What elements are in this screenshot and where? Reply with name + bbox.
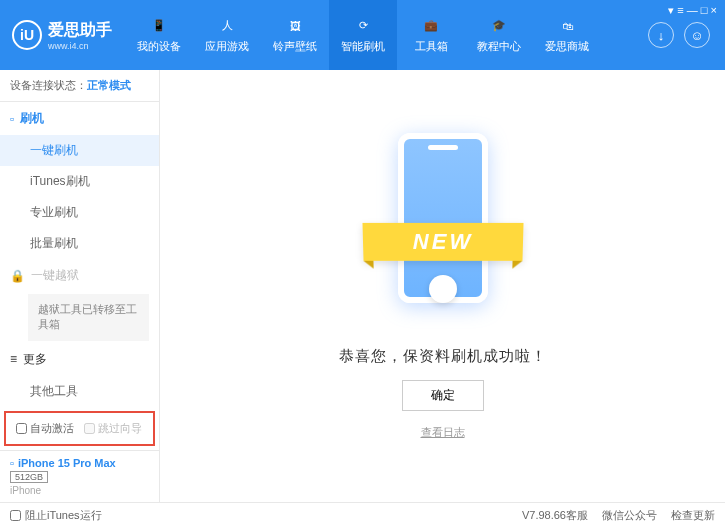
- phone-icon: ▫: [10, 112, 14, 126]
- store-icon: 🛍: [558, 17, 576, 35]
- header: ▾ ≡ — □ × iU 爱思助手 www.i4.cn 📱我的设备 人应用游戏 …: [0, 0, 725, 70]
- lock-icon: 🔒: [10, 269, 25, 283]
- sidebar-item-oneclick-flash[interactable]: 一键刷机: [0, 135, 159, 166]
- nav-my-device[interactable]: 📱我的设备: [125, 0, 193, 70]
- sidebar-item-batch-flash[interactable]: 批量刷机: [0, 228, 159, 259]
- logo[interactable]: iU 爱思助手 www.i4.cn: [0, 20, 125, 51]
- device-storage: 512GB: [10, 471, 48, 483]
- sidebar-item-itunes-flash[interactable]: iTunes刷机: [0, 166, 159, 197]
- app-name: 爱思助手: [48, 20, 112, 41]
- sidebar-item-pro-flash[interactable]: 专业刷机: [0, 197, 159, 228]
- sidebar: 设备连接状态：正常模式 ▫刷机 一键刷机 iTunes刷机 专业刷机 批量刷机 …: [0, 70, 160, 502]
- nav-tutorials[interactable]: 🎓教程中心: [465, 0, 533, 70]
- sidebar-section-more[interactable]: ≡更多: [0, 343, 159, 376]
- footer-wechat[interactable]: 微信公众号: [602, 508, 657, 523]
- device-icon: ▫: [10, 457, 14, 469]
- view-log-link[interactable]: 查看日志: [421, 425, 465, 440]
- block-itunes-checkbox[interactable]: 阻止iTunes运行: [10, 508, 102, 523]
- device-info: ▫iPhone 15 Pro Max 512GB iPhone: [0, 450, 159, 502]
- sidebar-jailbreak-note: 越狱工具已转移至工具箱: [28, 294, 149, 341]
- footer-update[interactable]: 检查更新: [671, 508, 715, 523]
- nav-apps[interactable]: 人应用游戏: [193, 0, 261, 70]
- top-nav: 📱我的设备 人应用游戏 🖼铃声壁纸 ⟳智能刷机 💼工具箱 🎓教程中心 🛍爱思商城: [125, 0, 633, 70]
- user-button[interactable]: ☺: [684, 22, 710, 48]
- sidebar-section-jailbreak: 🔒一键越狱: [0, 259, 159, 292]
- wallpaper-icon: 🖼: [286, 17, 304, 35]
- nav-toolbox[interactable]: 💼工具箱: [397, 0, 465, 70]
- main-content: NEW 恭喜您，保资料刷机成功啦！ 确定 查看日志: [160, 70, 725, 502]
- success-message: 恭喜您，保资料刷机成功啦！: [339, 347, 547, 366]
- version: V7.98.66: [522, 509, 566, 521]
- footer-support[interactable]: 客服: [566, 508, 588, 523]
- nav-flash[interactable]: ⟳智能刷机: [329, 0, 397, 70]
- sidebar-item-other-tools[interactable]: 其他工具: [0, 376, 159, 407]
- device-name[interactable]: ▫iPhone 15 Pro Max: [10, 457, 149, 469]
- tutorial-icon: 🎓: [490, 17, 508, 35]
- nav-store[interactable]: 🛍爱思商城: [533, 0, 601, 70]
- device-type: iPhone: [10, 485, 149, 496]
- footer: 阻止iTunes运行 V7.98.66 客服 微信公众号 检查更新: [0, 502, 725, 527]
- apps-icon: 人: [218, 17, 236, 35]
- header-right: ↓ ☺: [633, 22, 725, 48]
- toolbox-icon: 💼: [422, 17, 440, 35]
- menu-icon: ≡: [10, 352, 17, 366]
- nav-ringtones[interactable]: 🖼铃声壁纸: [261, 0, 329, 70]
- ok-button[interactable]: 确定: [402, 380, 484, 411]
- logo-icon: iU: [12, 20, 42, 50]
- app-url: www.i4.cn: [48, 41, 112, 51]
- window-controls[interactable]: ▾ ≡ — □ ×: [668, 4, 717, 17]
- new-banner: NEW: [362, 222, 523, 260]
- device-status: 设备连接状态：正常模式: [0, 70, 159, 102]
- flash-options: 自动激活 跳过向导: [4, 411, 155, 446]
- skip-setup-checkbox[interactable]: 跳过向导: [84, 421, 142, 436]
- sidebar-section-flash[interactable]: ▫刷机: [0, 102, 159, 135]
- flash-icon: ⟳: [354, 17, 372, 35]
- device-icon: 📱: [150, 17, 168, 35]
- success-illustration: NEW: [383, 133, 503, 333]
- download-button[interactable]: ↓: [648, 22, 674, 48]
- auto-activate-checkbox[interactable]: 自动激活: [16, 421, 74, 436]
